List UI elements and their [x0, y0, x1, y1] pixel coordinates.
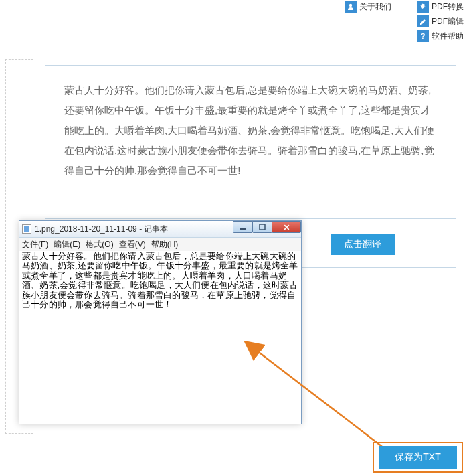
- minimize-button[interactable]: [233, 221, 253, 233]
- content-box: 蒙古人十分好客。他们把你请入蒙古包后,总是要给你端上大碗大碗的马奶酒、奶茶,还要…: [45, 65, 456, 219]
- pdf-convert-link[interactable]: PDF转换: [417, 0, 464, 13]
- menu-help[interactable]: 帮助(H): [151, 239, 179, 250]
- top-nav: 关于我们 PDF转换 PDF编辑 ? 软件帮助: [345, 0, 464, 43]
- person-icon: [345, 1, 357, 13]
- help-icon: ?: [417, 30, 429, 42]
- about-us-label: 关于我们: [359, 1, 391, 13]
- nav-group-right: PDF转换 PDF编辑 ? 软件帮助: [417, 0, 464, 43]
- pdf-edit-label: PDF编辑: [432, 16, 464, 27]
- about-us-link[interactable]: 关于我们: [345, 0, 391, 13]
- edit-icon: [417, 15, 429, 27]
- notepad-window: 1.png_2018-11-20_11-11-09 - 记事本 文件(F) 编辑…: [19, 220, 302, 424]
- nav-group-left: 关于我们: [345, 0, 391, 43]
- menu-edit[interactable]: 编辑(E): [54, 239, 80, 250]
- svg-point-0: [349, 4, 352, 7]
- maximize-button[interactable]: [252, 221, 272, 233]
- notepad-title: 1.png_2018-11-20_11-11-09 - 记事本: [35, 224, 168, 235]
- convert-icon: [417, 1, 429, 13]
- menu-file[interactable]: 文件(F): [22, 239, 48, 250]
- save-txt-button[interactable]: 保存为TXT: [379, 446, 457, 469]
- notepad-textarea[interactable]: 蒙古人十分好客。他们把你请入蒙古包后，总是要给你端上大碗大碗的马奶酒、奶茶,还要…: [19, 251, 301, 424]
- menu-format[interactable]: 格式(O): [86, 239, 113, 250]
- save-button-highlight: 保存为TXT: [373, 442, 463, 473]
- svg-rect-1: [240, 228, 246, 230]
- content-text: 蒙古人十分好客。他们把你请入蒙古包后,总是要给你端上大碗大碗的马奶酒、奶茶,还要…: [64, 80, 437, 181]
- pdf-edit-link[interactable]: PDF编辑: [417, 15, 464, 28]
- close-button[interactable]: [272, 221, 301, 233]
- svg-rect-2: [260, 224, 265, 230]
- notepad-menubar: 文件(F) 编辑(E) 格式(O) 查看(V) 帮助(H): [19, 238, 301, 251]
- notepad-file-icon: [22, 224, 31, 234]
- software-help-link[interactable]: ? 软件帮助: [417, 29, 464, 43]
- window-controls: [233, 221, 301, 233]
- notepad-titlebar[interactable]: 1.png_2018-11-20_11-11-09 - 记事本: [19, 221, 301, 238]
- menu-view[interactable]: 查看(V): [119, 239, 146, 250]
- software-help-label: 软件帮助: [432, 31, 464, 42]
- pdf-convert-label: PDF转换: [432, 1, 464, 13]
- translate-button[interactable]: 点击翻译: [331, 234, 395, 255]
